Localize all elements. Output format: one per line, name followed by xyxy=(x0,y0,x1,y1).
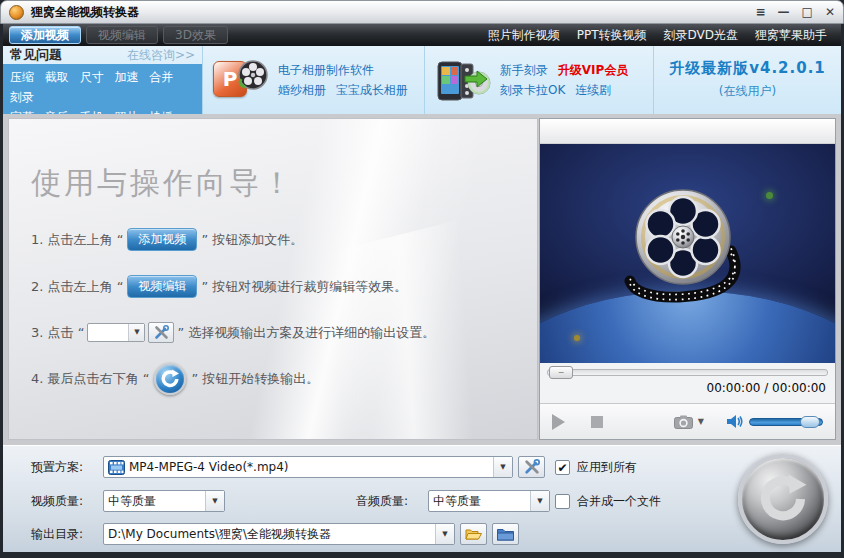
faq-link-burn[interactable]: 刻录 xyxy=(10,90,34,104)
open-folder-icon xyxy=(465,527,483,541)
audio-quality-label: 音频质量: xyxy=(356,493,428,510)
maximize-icon[interactable]: □ xyxy=(802,5,813,19)
online-users-label: (在线用户) xyxy=(654,83,841,100)
preset-combobox[interactable]: MP4-MPEG-4 Video(*.mp4) ▼ xyxy=(103,456,513,478)
faq-title: 常见问题 xyxy=(10,46,62,64)
playback-controls: ▼ xyxy=(540,403,835,439)
step3-text-post: ” 选择视频输出方案及进行详细的输出设置。 xyxy=(177,324,435,342)
browse-folder-button[interactable] xyxy=(492,523,519,545)
burn-promo[interactable]: 新手刻录 升级VIP会员 刻录卡拉OK 连续剧 xyxy=(425,46,654,114)
close-icon[interactable]: ✕ xyxy=(825,5,835,19)
upgrade-vip-link[interactable]: 升级VIP会员 xyxy=(558,63,629,77)
window-title: 狸窝全能视频转换器 xyxy=(31,4,139,21)
chevron-down-icon[interactable]: ▼ xyxy=(435,524,454,544)
step1-text-pre: 1. 点击左上角 “ xyxy=(31,231,123,249)
preset-label: 预置方案: xyxy=(31,459,103,476)
volume-handle[interactable] xyxy=(800,416,820,428)
tab-video-edit[interactable]: 视频编辑 xyxy=(86,26,158,44)
step3-settings-button[interactable] xyxy=(148,322,174,343)
audio-quality-combobox[interactable]: 中等质量 ▼ xyxy=(428,490,550,512)
baby-album-link[interactable]: 宝宝成长相册 xyxy=(336,83,408,97)
wedding-album-link[interactable]: 婚纱相册 xyxy=(278,83,326,97)
seek-bar: − xyxy=(540,363,835,376)
output-dir-value: D:\My Documents\狸窝\全能视频转换器 xyxy=(108,526,331,543)
window-menu-icon[interactable]: ≡ xyxy=(756,5,766,19)
seek-handle[interactable]: − xyxy=(549,366,573,379)
time-display: 00:00:00 / 00:00:00 xyxy=(540,376,835,399)
output-dir-label: 输出目录: xyxy=(31,526,103,543)
film-reel-icon xyxy=(237,59,269,91)
seek-track[interactable]: − xyxy=(547,369,828,376)
chevron-down-icon[interactable]: ▼ xyxy=(205,491,224,511)
step3-text-pre: 3. 点击 “ xyxy=(31,324,84,342)
check-icon: ✔ xyxy=(557,461,567,475)
chevron-down-icon[interactable]: ▼ xyxy=(128,324,144,341)
tab-strip: 添加视频 视频编辑 3D效果 照片制作视频 PPT转换视频 刻录DVD光盘 狸窝… xyxy=(3,24,841,46)
step4-text-pre: 4. 最后点击右下角 “ xyxy=(31,370,149,388)
tv-series-link[interactable]: 连续剧 xyxy=(575,83,611,97)
open-folder-button[interactable] xyxy=(460,523,487,545)
convert-button[interactable] xyxy=(738,454,828,544)
play-icon[interactable] xyxy=(552,414,565,430)
upgrade-section[interactable]: 升级最新版v4.2.0.1 (在线用户) xyxy=(654,46,841,114)
chevron-down-icon[interactable]: ▼ xyxy=(530,491,549,511)
guide-title: 使用与操作向导！ xyxy=(31,163,537,204)
faq-link-size[interactable]: 尺寸 xyxy=(80,70,104,84)
volume-icon[interactable] xyxy=(726,414,743,429)
output-dir-combobox[interactable]: D:\My Documents\狸窝\全能视频转换器 ▼ xyxy=(103,523,455,545)
merge-checkbox[interactable] xyxy=(555,494,570,509)
apply-all-label: 应用到所有 xyxy=(577,459,637,476)
video-file-icon xyxy=(108,460,125,475)
faq-link-merge[interactable]: 合并 xyxy=(149,70,173,84)
wrench-icon xyxy=(524,459,540,475)
step2-text-pre: 2. 点击左上角 “ xyxy=(31,278,123,296)
add-video-button[interactable]: 添加视频 xyxy=(127,228,197,251)
main-area: 使用与操作向导！ 1. 点击左上角 “ 添加视频 ” 按钮添加文件。 2. 点击… xyxy=(3,114,841,445)
menu-item-apple-assistant[interactable]: 狸窝苹果助手 xyxy=(755,27,827,44)
video-quality-label: 视频质量: xyxy=(31,493,103,510)
convert-hint-icon xyxy=(154,363,186,395)
faq-section: 常见问题 在线咨询>> 压缩 截取 尺寸 加速 合并 刻录 字幕 音乐 手机 照… xyxy=(3,46,203,114)
online-consult-link[interactable]: 在线咨询>> xyxy=(127,47,195,64)
video-screen xyxy=(540,144,835,363)
guide-step-1: 1. 点击左上角 “ 添加视频 ” 按钮添加文件。 xyxy=(31,228,537,251)
step2-text-post: ” 按钮对视频进行裁剪编辑等效果。 xyxy=(201,278,407,296)
tab-3d-effect[interactable]: 3D效果 xyxy=(163,26,228,44)
album-promo-line1[interactable]: 电子相册制作软件 xyxy=(278,60,408,80)
preset-value: MP4-MPEG-4 Video(*.mp4) xyxy=(129,460,289,474)
video-edit-button[interactable]: 视频编辑 xyxy=(127,275,197,298)
phone-dvd-icon xyxy=(435,58,491,102)
album-promo[interactable]: P 电子相册制作软件 婚纱相册 宝宝成长相册 xyxy=(203,46,425,114)
video-quality-value: 中等质量 xyxy=(108,493,156,510)
volume-slider[interactable] xyxy=(749,418,823,426)
apply-all-checkbox[interactable]: ✔ xyxy=(555,460,570,475)
menu-item-photo-to-video[interactable]: 照片制作视频 xyxy=(488,27,560,44)
video-quality-combobox[interactable]: 中等质量 ▼ xyxy=(103,490,225,512)
convert-arrow-icon xyxy=(757,473,809,525)
snapshot-dropdown-icon[interactable]: ▼ xyxy=(698,417,704,426)
step3-preset-dropdown[interactable]: ▼ xyxy=(87,323,145,342)
chevron-down-icon[interactable]: ▼ xyxy=(493,457,512,477)
step4-text-post: ” 按钮开始转换输出。 xyxy=(191,370,319,388)
step1-text-post: ” 按钮添加文件。 xyxy=(201,231,303,249)
promo-header: 常见问题 在线咨询>> 压缩 截取 尺寸 加速 合并 刻录 字幕 音乐 手机 照… xyxy=(3,46,841,114)
guide-step-3: 3. 点击 “ ▼ ” 选择视频输出方案及进行详细的输出设置。 xyxy=(31,322,537,343)
guide-step-2: 2. 点击左上角 “ 视频编辑 ” 按钮对视频进行裁剪编辑等效果。 xyxy=(31,275,537,298)
faq-link-clip[interactable]: 截取 xyxy=(45,70,69,84)
faq-link-compress[interactable]: 压缩 xyxy=(10,70,34,84)
film-reel-graphic xyxy=(593,177,783,317)
minimize-icon[interactable]: — xyxy=(778,5,790,19)
merge-label: 合并成一个文件 xyxy=(577,493,661,510)
preset-settings-button[interactable] xyxy=(518,456,545,478)
upgrade-version-link[interactable]: 升级最新版v4.2.0.1 xyxy=(654,59,841,78)
faq-link-speedup[interactable]: 加速 xyxy=(114,70,138,84)
menu-item-burn-dvd[interactable]: 刻录DVD光盘 xyxy=(664,27,738,44)
menu-item-ppt-to-video[interactable]: PPT转换视频 xyxy=(577,27,647,44)
tab-add-video[interactable]: 添加视频 xyxy=(9,26,81,44)
preview-panel: − 00:00:00 / 00:00:00 ▼ xyxy=(539,118,836,440)
karaoke-burn-link[interactable]: 刻录卡拉OK xyxy=(500,83,565,97)
newbie-burn-link[interactable]: 新手刻录 xyxy=(500,63,548,77)
guide-step-4: 4. 最后点击右下角 “ ” 按钮开始转换输出。 xyxy=(31,363,537,395)
snapshot-camera-icon[interactable] xyxy=(674,415,693,429)
stop-icon[interactable] xyxy=(591,416,603,428)
